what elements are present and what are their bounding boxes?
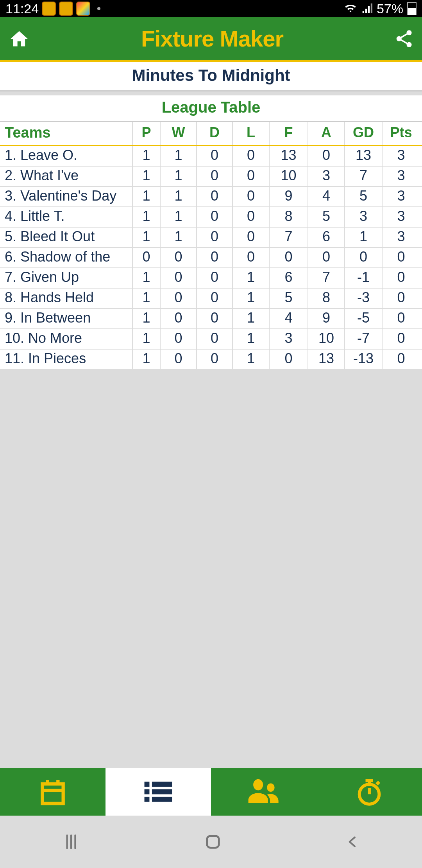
cell-a: 8 (308, 289, 344, 308)
league-name: Minutes To Midnight (0, 62, 422, 91)
cell-a: 4 (308, 187, 344, 206)
cell-l: 1 (232, 329, 269, 349)
svg-rect-1 (152, 782, 172, 787)
league-table: Teams P W D L F A GD Pts 1. Leave O.1100… (0, 122, 422, 369)
cell-gd: 7 (344, 167, 382, 186)
bottom-tab-bar (0, 768, 422, 816)
notification-dot (97, 7, 100, 10)
tab-table[interactable] (106, 768, 211, 816)
cell-gd: 5 (344, 187, 382, 206)
cell-l: 1 (232, 350, 269, 369)
cell-f: 10 (269, 167, 308, 186)
cell-l: 0 (232, 146, 269, 166)
android-nav-bar (0, 816, 422, 868)
section-title: League Table (0, 95, 422, 122)
cell-p: 1 (132, 289, 160, 308)
col-l: L (232, 122, 269, 145)
status-left: 11:24 (5, 1, 100, 16)
table-row[interactable]: 10. No More1001310-70 (0, 329, 422, 349)
cell-p: 1 (132, 187, 160, 206)
cell-p: 1 (132, 329, 160, 349)
cell-f: 7 (269, 228, 308, 247)
cell-w: 0 (160, 350, 196, 369)
svg-rect-7 (207, 836, 219, 848)
col-p: P (132, 122, 160, 145)
cell-d: 0 (196, 228, 232, 247)
cell-pts: 3 (382, 228, 420, 247)
table-row[interactable]: 5. Bleed It Out11007613 (0, 228, 422, 247)
share-button[interactable] (394, 29, 414, 49)
recent-apps-button[interactable] (61, 832, 81, 852)
cell-f: 4 (269, 309, 308, 328)
cell-w: 1 (160, 167, 196, 186)
cell-d: 0 (196, 167, 232, 186)
table-row[interactable]: 8. Hands Held100158-30 (0, 289, 422, 308)
divider (0, 91, 422, 95)
cell-d: 0 (196, 309, 232, 328)
cell-gd: 3 (344, 207, 382, 227)
cell-f: 5 (269, 289, 308, 308)
cell-team: 4. Little T. (0, 207, 132, 227)
cell-l: 0 (232, 248, 269, 267)
col-gd: GD (344, 122, 382, 145)
signal-icon (361, 1, 373, 16)
col-d: D (196, 122, 232, 145)
cell-w: 1 (160, 187, 196, 206)
cell-p: 1 (132, 350, 160, 369)
tab-fixtures[interactable] (0, 768, 106, 816)
cell-l: 1 (232, 309, 269, 328)
cell-l: 0 (232, 167, 269, 186)
cell-a: 9 (308, 309, 344, 328)
app-icon-1 (42, 2, 56, 16)
app-title: Fixture Maker (141, 25, 283, 52)
cell-d: 0 (196, 268, 232, 288)
cell-team: 6. Shadow of the (0, 248, 132, 267)
cell-f: 13 (269, 146, 308, 166)
tab-teams[interactable] (211, 768, 316, 816)
cell-p: 0 (132, 248, 160, 267)
cell-pts: 3 (382, 207, 420, 227)
cell-a: 13 (308, 350, 344, 369)
table-row[interactable]: 2. What I've110010373 (0, 167, 422, 186)
table-row[interactable]: 1. Leave O.1100130133 (0, 146, 422, 166)
cell-team: 8. Hands Held (0, 289, 132, 308)
cell-a: 6 (308, 228, 344, 247)
table-row[interactable]: 3. Valentine's Day11009453 (0, 187, 422, 206)
home-button[interactable] (8, 29, 30, 49)
cell-w: 0 (160, 309, 196, 328)
cell-w: 1 (160, 228, 196, 247)
table-row[interactable]: 7. Given Up100167-10 (0, 268, 422, 288)
cell-f: 0 (269, 248, 308, 267)
cell-w: 0 (160, 289, 196, 308)
table-header-row: Teams P W D L F A GD Pts (0, 122, 422, 146)
battery-icon (407, 2, 417, 15)
cell-l: 0 (232, 207, 269, 227)
cell-w: 0 (160, 248, 196, 267)
cell-d: 0 (196, 207, 232, 227)
svg-rect-3 (152, 789, 172, 794)
svg-rect-4 (145, 797, 150, 802)
back-button[interactable] (345, 833, 361, 851)
table-row[interactable]: 4. Little T.11008533 (0, 207, 422, 227)
cell-pts: 0 (382, 329, 420, 349)
cell-w: 1 (160, 146, 196, 166)
cell-pts: 3 (382, 167, 420, 186)
table-row[interactable]: 9. In Between100149-50 (0, 309, 422, 328)
cell-l: 0 (232, 228, 269, 247)
home-nav-button[interactable] (204, 833, 222, 851)
cell-team: 1. Leave O. (0, 146, 132, 166)
status-right: 57% (344, 1, 417, 16)
col-w: W (160, 122, 196, 145)
table-row[interactable]: 11. In Pieces1001013-130 (0, 350, 422, 369)
cell-team: 5. Bleed It Out (0, 228, 132, 247)
cell-p: 1 (132, 309, 160, 328)
cell-team: 9. In Between (0, 309, 132, 328)
cell-p: 1 (132, 268, 160, 288)
table-row[interactable]: 6. Shadow of the00000000 (0, 248, 422, 267)
cell-pts: 0 (382, 289, 420, 308)
tab-timer[interactable] (316, 768, 422, 816)
cell-gd: 1 (344, 228, 382, 247)
cell-team: 11. In Pieces (0, 350, 132, 369)
cell-f: 9 (269, 187, 308, 206)
cell-d: 0 (196, 289, 232, 308)
